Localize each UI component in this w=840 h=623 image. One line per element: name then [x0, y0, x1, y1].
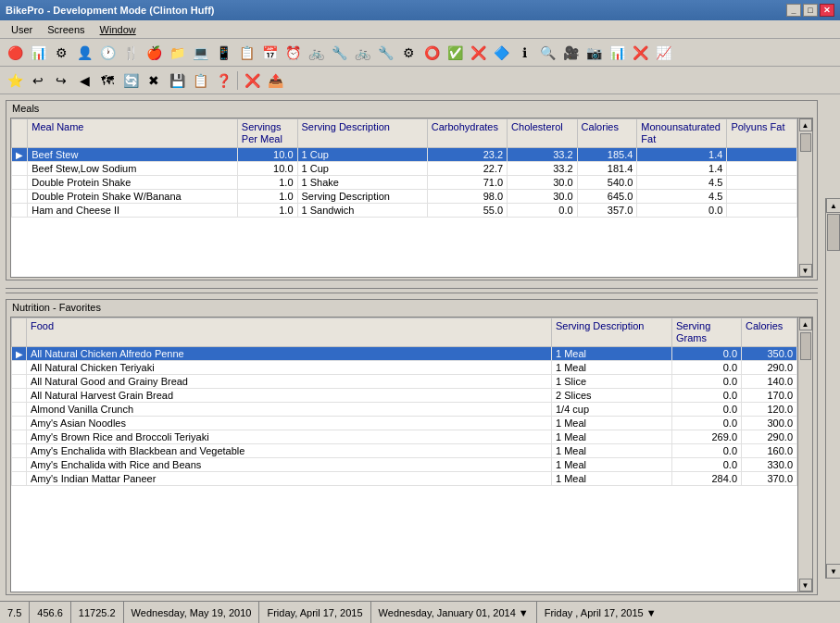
tb-btn-5[interactable]: 🍴 — [119, 42, 142, 64]
tb-btn-3[interactable]: 👤 — [73, 42, 95, 64]
meal-cholesterol: 33.2 — [508, 162, 578, 176]
meals-section-title: Meals — [6, 101, 817, 116]
meals-section: Meals — [6, 100, 818, 280]
tb-btn-10[interactable]: 📋 — [235, 42, 257, 64]
meals-table-row[interactable]: Beef Stew,Low Sodium 10.0 1 Cup 22.7 33.… — [12, 162, 797, 176]
nutr-scroll-up[interactable]: ▲ — [799, 318, 812, 330]
food-serving-grams: 0.0 — [672, 417, 742, 430]
meal-cholesterol: 33.2 — [508, 148, 578, 162]
tb2-btn-0[interactable]: ⭐ — [4, 69, 26, 92]
maximize-button[interactable]: □ — [803, 4, 818, 17]
tb-btn-15[interactable]: 🚲 — [351, 42, 373, 64]
tb-btn-19[interactable]: ✅ — [444, 42, 466, 64]
meals-table-row[interactable]: Double Protein Shake W/Banana 1.0 Servin… — [12, 190, 797, 204]
tb2-btn-6[interactable]: ✖ — [143, 69, 165, 92]
meals-col-mono: Monounsaturated Fat — [637, 119, 727, 148]
tb-btn-1[interactable]: 📊 — [27, 42, 49, 64]
meals-scroll-down[interactable]: ▼ — [799, 264, 812, 277]
nutrition-table-row[interactable]: All Natural Chicken Teriyaki 1 Meal 0.0 … — [12, 361, 797, 375]
meals-hscroll-left[interactable]: ◀ — [11, 278, 24, 279]
tb2-btn-2[interactable]: ↪ — [50, 69, 72, 92]
nutrition-table-row[interactable]: ▶ All Natural Chicken Alfredo Penne 1 Me… — [12, 347, 797, 361]
toolbar-2: ⭐ ↩ ↪ ◀ 🗺 🔄 ✖ 💾 📋 ❓ ❌ 📤 — [0, 67, 840, 94]
meals-table-row[interactable]: ▶ Beef Stew 10.0 1 Cup 23.2 33.2 185.4 1… — [12, 148, 797, 162]
tb-btn-16[interactable]: 🔧 — [374, 42, 396, 64]
outer-scrollbar[interactable]: ▲ ▼ — [825, 198, 840, 579]
menu-screens[interactable]: Screens — [40, 23, 92, 36]
tb2-btn-1[interactable]: ↩ — [27, 69, 49, 92]
tb-btn-0[interactable]: 🔴 — [4, 42, 26, 64]
food-name: Amy's Asian Noodles — [27, 417, 552, 430]
nutrition-table-row[interactable]: All Natural Good and Grainy Bread 1 Slic… — [12, 375, 797, 389]
food-name: All Natural Chicken Alfredo Penne — [27, 347, 552, 361]
tb-btn-2[interactable]: ⚙ — [50, 42, 72, 64]
scroll-down-arrow[interactable]: ▼ — [826, 564, 840, 579]
nutrition-table-row[interactable]: Amy's Enchalida with Rice and Beans 1 Me… — [12, 458, 797, 472]
nutrition-table-row[interactable]: Amy's Brown Rice and Broccoli Teriyaki 1… — [12, 430, 797, 444]
tb-btn-27[interactable]: ❌ — [629, 42, 651, 64]
tb-btn-11[interactable]: 📅 — [258, 42, 281, 64]
status-cell-6[interactable]: Friday , April 17, 2015 ▼ — [537, 602, 664, 623]
scroll-up-arrow[interactable]: ▲ — [826, 198, 840, 213]
nutr-scrollbar[interactable]: ▲ ▼ — [797, 318, 812, 592]
meals-scroll-thumb[interactable] — [800, 133, 811, 152]
minimize-button[interactable]: _ — [786, 4, 801, 17]
meals-table-row[interactable]: Double Protein Shake 1.0 1 Shake 71.0 30… — [12, 176, 797, 190]
meals-scrollbar[interactable]: ▲ ▼ — [797, 118, 812, 277]
tb-btn-21[interactable]: 🔷 — [490, 42, 512, 64]
nutr-scroll-thumb[interactable] — [800, 332, 811, 360]
tb-btn-12[interactable]: ⏰ — [282, 42, 304, 64]
tb2-btn-8[interactable]: 📋 — [189, 69, 211, 92]
nutrition-table-row[interactable]: Amy's Asian Noodles 1 Meal 0.0 300.0 — [12, 417, 797, 430]
tb-btn-14[interactable]: 🔧 — [328, 42, 350, 64]
nutrition-table-row[interactable]: All Natural Harvest Grain Bread 2 Slices… — [12, 389, 797, 403]
tb2-btn-3[interactable]: ◀ — [73, 69, 95, 92]
row-indicator — [12, 444, 27, 458]
tb2-btn-7[interactable]: 💾 — [166, 69, 188, 92]
menu-window[interactable]: Window — [93, 23, 144, 36]
food-serving-desc: 1 Meal — [552, 458, 672, 472]
tb-btn-8[interactable]: 💻 — [189, 42, 211, 64]
meals-scroll-up[interactable]: ▲ — [799, 118, 812, 131]
meal-mono-fat: 1.4 — [637, 162, 727, 176]
nutrition-table-row[interactable]: Amy's Indian Mattar Paneer 1 Meal 284.0 … — [12, 472, 797, 486]
tb-btn-18[interactable]: ⭕ — [420, 42, 443, 64]
food-serving-grams: 0.0 — [672, 458, 742, 472]
tb-btn-9[interactable]: 📱 — [212, 42, 234, 64]
meal-poly-fat — [727, 176, 797, 190]
tb-btn-13[interactable]: 🚲 — [305, 42, 327, 64]
menu-user[interactable]: User — [4, 23, 40, 36]
tb-btn-22[interactable]: ℹ — [513, 42, 535, 64]
tb-btn-26[interactable]: 📊 — [606, 42, 628, 64]
tb-btn-4[interactable]: 🕐 — [96, 42, 119, 64]
tb-btn-25[interactable]: 📷 — [583, 42, 605, 64]
tb2-btn-4[interactable]: 🗺 — [96, 69, 119, 92]
close-button[interactable]: ✕ — [820, 4, 834, 17]
tb2-btn-11[interactable]: 📤 — [264, 69, 286, 92]
section-divider — [6, 288, 818, 293]
tb-btn-24[interactable]: 🎥 — [559, 42, 582, 64]
status-cell-5[interactable]: Wednesday, January 01, 2014 ▼ — [371, 602, 537, 623]
tb-btn-20[interactable]: ❌ — [467, 42, 489, 64]
tb-btn-17[interactable]: ⚙ — [397, 42, 420, 64]
nutrition-table-row[interactable]: Almond Vanilla Crunch 1/4 cup 0.0 120.0 — [12, 403, 797, 417]
meal-poly-fat — [727, 162, 797, 176]
meals-table-row[interactable]: Ham and Cheese II 1.0 1 Sandwich 55.0 0.… — [12, 204, 797, 218]
meals-table: Meal Name Servings Per Meal Serving Desc… — [11, 118, 797, 218]
food-calories: 160.0 — [742, 444, 797, 458]
tb-btn-7[interactable]: 📁 — [166, 42, 188, 64]
scroll-thumb[interactable] — [827, 214, 840, 251]
tb-btn-28[interactable]: 📈 — [652, 42, 674, 64]
tb2-btn-5[interactable]: 🔄 — [119, 69, 142, 92]
meals-hscroll-right[interactable]: ▶ — [799, 278, 812, 279]
tb-btn-23[interactable]: 🔍 — [536, 42, 558, 64]
meals-hscrollbar[interactable]: ◀ ▶ — [11, 277, 812, 278]
nutr-scroll-down[interactable]: ▼ — [799, 579, 812, 592]
tb2-btn-10[interactable]: ❌ — [241, 69, 263, 92]
tb-btn-6[interactable]: 🍎 — [143, 42, 165, 64]
meal-calories: 185.4 — [577, 148, 637, 162]
food-serving-grams: 269.0 — [672, 430, 742, 444]
nutrition-table-row[interactable]: Amy's Enchalida with Blackbean and Veget… — [12, 444, 797, 458]
tb2-btn-9[interactable]: ❓ — [212, 69, 234, 92]
nutr-col-servdesc: Serving Description — [552, 318, 672, 347]
